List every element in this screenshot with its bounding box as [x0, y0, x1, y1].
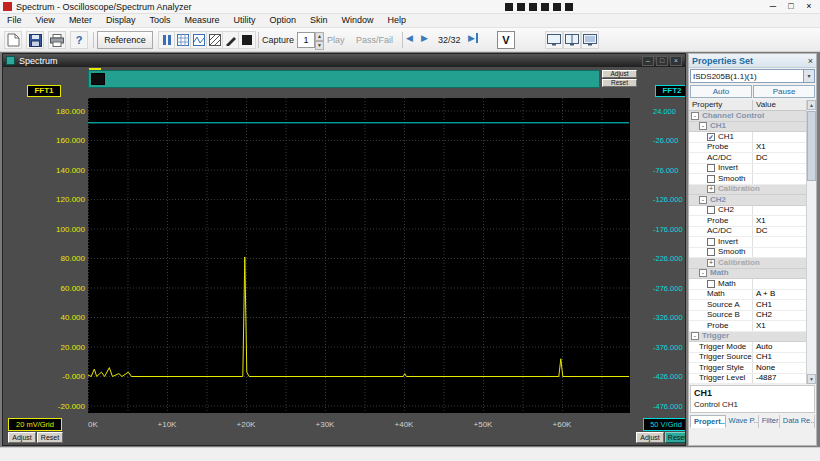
- next-capture-icon[interactable]: ▶: [421, 33, 428, 43]
- pass-fail-button[interactable]: Pass/Fail: [356, 31, 393, 49]
- titlebar-extra-icon[interactable]: [553, 3, 561, 11]
- titlebar-extra-icon[interactable]: [517, 3, 525, 11]
- prop-group-trigger[interactable]: -Trigger: [689, 332, 806, 343]
- display-single-icon[interactable]: [545, 31, 563, 49]
- prop-row-trigger-level[interactable]: Trigger Level-4887: [689, 374, 806, 385]
- child-close-icon[interactable]: ×: [670, 56, 682, 66]
- solid-square-icon[interactable]: [238, 31, 256, 49]
- titlebar-extra-icon[interactable]: [541, 3, 549, 11]
- tab-wave-p-[interactable]: Wave P...: [726, 415, 759, 428]
- device-select[interactable]: ISDS205B(1.1)(1) ▾: [690, 69, 815, 83]
- menu-help[interactable]: Help: [381, 14, 414, 27]
- property-value-cell[interactable]: A + B: [753, 289, 806, 299]
- menu-display[interactable]: Display: [99, 14, 143, 27]
- fft2-adjust-button[interactable]: Adjust: [636, 432, 664, 443]
- auto-button[interactable]: Auto: [690, 85, 752, 98]
- close-icon[interactable]: ×: [800, 0, 818, 14]
- menu-measure[interactable]: Measure: [177, 14, 226, 27]
- prop-row-ac-dc[interactable]: AC/DCDC: [689, 153, 806, 164]
- invert-checkbox[interactable]: [707, 164, 715, 172]
- prop-group-calibration[interactable]: +Calibration: [689, 258, 806, 269]
- prop-row-ch2[interactable]: CH2: [689, 206, 806, 217]
- property-value-cell[interactable]: -4887: [753, 373, 806, 383]
- menu-option[interactable]: Option: [262, 14, 303, 27]
- expand-toggle-icon[interactable]: -: [699, 122, 707, 130]
- property-grid-scrollbar[interactable]: ▲ ▼: [806, 100, 816, 384]
- spectrum-plot[interactable]: [88, 98, 630, 413]
- reference-button[interactable]: Reference: [97, 31, 153, 49]
- smooth-checkbox[interactable]: [707, 175, 715, 183]
- panel-close-icon[interactable]: ×: [808, 55, 813, 67]
- prop-row-trigger-mode[interactable]: Trigger ModeAuto: [689, 342, 806, 353]
- child-minimize-icon[interactable]: –: [642, 56, 654, 66]
- new-file-icon[interactable]: [4, 31, 22, 49]
- minimize-icon[interactable]: ─: [764, 0, 782, 14]
- property-value-cell[interactable]: X1: [753, 142, 806, 152]
- property-value-cell[interactable]: None: [753, 363, 806, 373]
- scrollbar-thumb[interactable]: [807, 111, 816, 181]
- display-list-icon[interactable]: [581, 31, 599, 49]
- prop-row-smooth[interactable]: Smooth: [689, 174, 806, 185]
- prev-capture-icon[interactable]: ◀: [406, 33, 413, 43]
- prop-row-probe[interactable]: ProbeX1: [689, 143, 806, 154]
- invert-checkbox[interactable]: [707, 238, 715, 246]
- expand-toggle-icon[interactable]: -: [691, 332, 699, 340]
- prop-row-probe[interactable]: ProbeX1: [689, 216, 806, 227]
- prop-row-trigger-source[interactable]: Trigger SourceCH1: [689, 353, 806, 364]
- prop-group-ch2[interactable]: -CH2: [689, 195, 806, 206]
- prop-row-math[interactable]: MathA + B: [689, 290, 806, 301]
- help-icon[interactable]: ?: [70, 31, 88, 49]
- scroll-down-icon[interactable]: ▼: [807, 374, 816, 384]
- prop-row-invert[interactable]: Invert: [689, 164, 806, 175]
- prop-group-calibration[interactable]: +Calibration: [689, 185, 806, 196]
- prop-group-math[interactable]: -Math: [689, 269, 806, 280]
- menu-utility[interactable]: Utility: [226, 14, 262, 27]
- frequency-range-selector[interactable]: [88, 70, 600, 88]
- math-checkbox[interactable]: [707, 280, 715, 288]
- expand-toggle-icon[interactable]: -: [691, 112, 699, 120]
- menu-view[interactable]: View: [29, 14, 62, 27]
- prop-group-channel-control[interactable]: -Channel Control: [689, 111, 806, 122]
- range-reset-button[interactable]: Reset: [602, 79, 637, 87]
- capture-count-input[interactable]: 1: [297, 32, 315, 48]
- prop-row-source-a[interactable]: Source ACH1: [689, 300, 806, 311]
- display-dual-icon[interactable]: [563, 31, 581, 49]
- titlebar-extra-icon[interactable]: [565, 3, 573, 11]
- property-value-cell[interactable]: DC: [753, 226, 806, 236]
- prop-group-ch1[interactable]: -CH1: [689, 122, 806, 133]
- prop-row-source-b[interactable]: Source BCH2: [689, 311, 806, 322]
- scroll-up-icon[interactable]: ▲: [807, 100, 816, 110]
- prop-row-smooth[interactable]: Smooth: [689, 248, 806, 259]
- expand-toggle-icon[interactable]: -: [699, 196, 707, 204]
- save-icon[interactable]: [26, 31, 44, 49]
- dropdown-arrow-icon[interactable]: ▾: [803, 70, 814, 82]
- expand-toggle-icon[interactable]: -: [699, 269, 707, 277]
- pause-button[interactable]: Pause: [753, 85, 815, 98]
- capture-down-icon[interactable]: ▼: [315, 41, 324, 50]
- menu-file[interactable]: File: [0, 14, 29, 27]
- titlebar-extra-icon[interactable]: [505, 3, 513, 11]
- maximize-icon[interactable]: □: [782, 0, 800, 14]
- tab-filter[interactable]: Filter: [759, 415, 780, 428]
- ch2-checkbox[interactable]: [707, 206, 715, 214]
- tab-data-re-[interactable]: Data Re...: [780, 415, 815, 428]
- property-value-cell[interactable]: X1: [753, 321, 806, 331]
- play-button[interactable]: Play: [327, 31, 345, 49]
- range-adjust-button[interactable]: Adjust: [602, 70, 637, 78]
- expand-toggle-icon[interactable]: +: [707, 185, 715, 193]
- property-value-cell[interactable]: CH1: [753, 300, 806, 310]
- property-value-cell[interactable]: X1: [753, 216, 806, 226]
- menu-tools[interactable]: Tools: [142, 14, 177, 27]
- property-value-cell[interactable]: Auto: [753, 342, 806, 352]
- v-button[interactable]: V: [497, 31, 515, 49]
- titlebar-extra-icon[interactable]: [529, 3, 537, 11]
- property-value-cell[interactable]: CH1: [753, 352, 806, 362]
- last-capture-icon[interactable]: ▶: [468, 33, 478, 43]
- property-value-cell[interactable]: DC: [753, 153, 806, 163]
- menu-skin[interactable]: Skin: [303, 14, 335, 27]
- prop-row-invert[interactable]: Invert: [689, 237, 806, 248]
- expand-toggle-icon[interactable]: +: [707, 259, 715, 267]
- prop-row-ch1[interactable]: ✓CH1: [689, 132, 806, 143]
- menu-window[interactable]: Window: [334, 14, 380, 27]
- child-restore-icon[interactable]: □: [656, 56, 668, 66]
